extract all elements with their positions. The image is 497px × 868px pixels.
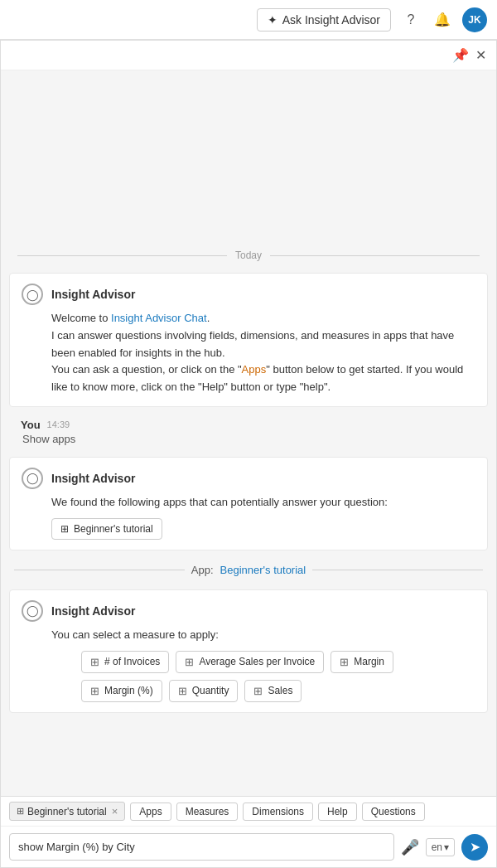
lang-label: en: [432, 841, 442, 853]
chat-input[interactable]: [9, 833, 394, 861]
measure-btn-margin-pct[interactable]: ⊞ Margin (%): [81, 680, 162, 702]
measure-btn-invoices[interactable]: ⊞ # of Invoices: [81, 651, 169, 673]
measure-btn-quantity[interactable]: ⊞ Quantity: [169, 680, 239, 702]
lang-chevron-icon: ▾: [444, 841, 449, 853]
separator-line-right: [312, 570, 483, 570]
user-time: 14:39: [47, 419, 70, 429]
help-icon[interactable]: ?: [399, 8, 422, 32]
pin-icon[interactable]: 📌: [452, 47, 469, 63]
app-tag[interactable]: ⊞ Beginner's tutorial ×: [9, 802, 125, 821]
notification-icon[interactable]: 🔔: [431, 8, 454, 32]
input-area: 🎤 en ▾ ➤: [1, 827, 496, 867]
measure-icon-invoices: ⊞: [90, 656, 99, 668]
apps-link[interactable]: Apps: [242, 363, 267, 376]
language-selector[interactable]: en ▾: [426, 838, 455, 856]
date-divider: Today: [1, 236, 496, 268]
user-message: You 14:39 Show apps: [9, 412, 488, 452]
measure-label-avg-sales: Average Sales per Invoice: [199, 656, 315, 667]
chat-bottom-spacer: [1, 718, 496, 731]
insight-chat-link[interactable]: Insight Advisor Chat: [111, 312, 207, 324]
measure-icon-margin: ⊞: [340, 656, 349, 668]
description-text: I can answer questions involving fields,…: [51, 329, 454, 359]
measure-btn-sales[interactable]: ⊞ Sales: [244, 680, 302, 702]
close-panel-icon[interactable]: ✕: [475, 47, 486, 63]
advisor-content-1: Welcome to Insight Advisor Chat. I can a…: [22, 310, 475, 396]
advisor-icon-1: ◯: [22, 284, 43, 305]
measure-label-margin-pct: Margin (%): [104, 685, 153, 696]
period: .: [207, 312, 210, 324]
beginners-tutorial-app-btn[interactable]: ⊞ Beginner's tutorial: [51, 518, 162, 540]
separator-line-left: [14, 570, 185, 570]
advisor-header-2: ◯ Insight Advisor: [22, 468, 475, 489]
tab-apps[interactable]: Apps: [130, 803, 171, 821]
divider-line-left: [17, 255, 227, 256]
tab-questions[interactable]: Questions: [362, 803, 425, 821]
app-tag-icon: ⊞: [17, 806, 24, 817]
measure-icon-margin-pct: ⊞: [90, 685, 99, 697]
send-button[interactable]: ➤: [461, 834, 488, 861]
app-separator-link[interactable]: Beginner's tutorial: [220, 564, 306, 576]
user-meta: You 14:39: [21, 419, 476, 431]
advisor-name-1: Insight Advisor: [51, 288, 135, 301]
app-btn-icon: ⊞: [60, 523, 69, 535]
app-separator-prefix: App:: [191, 564, 214, 576]
app-tag-close-icon[interactable]: ×: [112, 805, 118, 817]
measure-icon-quantity: ⊞: [178, 685, 187, 697]
advisor-icon-3: ◯: [22, 600, 43, 622]
measure-buttons-container: ⊞ # of Invoices ⊞ Average Sales per Invo…: [51, 651, 475, 702]
tab-dimensions[interactable]: Dimensions: [243, 803, 313, 821]
measure-label-margin: Margin: [354, 656, 384, 667]
found-apps-text: We found the following apps that can pot…: [51, 496, 388, 508]
welcome-text: Welcome to: [51, 312, 111, 324]
measure-label-quantity: Quantity: [192, 685, 229, 696]
cta-text: You can ask a question, or click on the …: [51, 363, 242, 376]
divider-line-right: [270, 255, 480, 256]
advisor-icon-2: ◯: [22, 468, 43, 489]
tab-help[interactable]: Help: [318, 803, 357, 821]
user-avatar[interactable]: JK: [462, 7, 487, 32]
measure-btn-margin[interactable]: ⊞ Margin: [331, 651, 393, 673]
tab-measures[interactable]: Measures: [176, 803, 239, 821]
advisor-header-3: ◯ Insight Advisor: [22, 600, 475, 622]
advisor-header-1: ◯ Insight Advisor: [22, 284, 475, 305]
measure-icon-avg-sales: ⊞: [185, 656, 194, 668]
user-name-label: You: [21, 419, 41, 431]
advisor-name-2: Insight Advisor: [51, 472, 135, 485]
advisor-content-2: We found the following apps that can pot…: [22, 494, 475, 540]
measure-label-sales: Sales: [268, 685, 292, 696]
advisor-message-1: ◯ Insight Advisor Welcome to Insight Adv…: [9, 273, 488, 407]
date-label: Today: [235, 250, 262, 261]
advisor-content-3: You can select a measure to apply: ⊞ # o…: [22, 627, 475, 702]
advisor-message-3: ◯ Insight Advisor You can select a measu…: [9, 589, 488, 713]
select-measure-text: You can select a measure to apply:: [51, 628, 219, 641]
chat-panel: 📌 ✕ Today ◯ Insight Advisor Welcome to I…: [0, 40, 497, 868]
bottom-bar: ⊞ Beginner's tutorial × Apps Measures Di…: [1, 796, 496, 867]
send-icon: ➤: [470, 839, 480, 855]
insight-advisor-label: Ask Insight Advisor: [282, 13, 380, 27]
topbar: ✦ Ask Insight Advisor ? 🔔 JK: [0, 0, 497, 40]
bottom-tabs: ⊞ Beginner's tutorial × Apps Measures Di…: [1, 797, 496, 827]
app-tag-label: Beginner's tutorial: [27, 806, 107, 817]
app-separator: App: Beginner's tutorial: [1, 555, 496, 584]
panel-controls: 📌 ✕: [1, 41, 496, 70]
advisor-message-2: ◯ Insight Advisor We found the following…: [9, 457, 488, 550]
insight-advisor-button[interactable]: ✦ Ask Insight Advisor: [257, 8, 391, 32]
advisor-name-3: Insight Advisor: [51, 604, 135, 618]
chat-body[interactable]: Today ◯ Insight Advisor Welcome to Insig…: [1, 70, 496, 796]
microphone-icon[interactable]: 🎤: [401, 838, 419, 856]
measure-label-invoices: # of Invoices: [104, 656, 160, 667]
sparkle-icon: ✦: [268, 13, 277, 27]
chat-spacer: [1, 70, 496, 236]
user-text: Show apps: [21, 433, 476, 445]
measure-btn-avg-sales[interactable]: ⊞ Average Sales per Invoice: [176, 651, 324, 673]
measure-icon-sales: ⊞: [253, 685, 263, 697]
app-btn-label: Beginner's tutorial: [74, 523, 153, 535]
